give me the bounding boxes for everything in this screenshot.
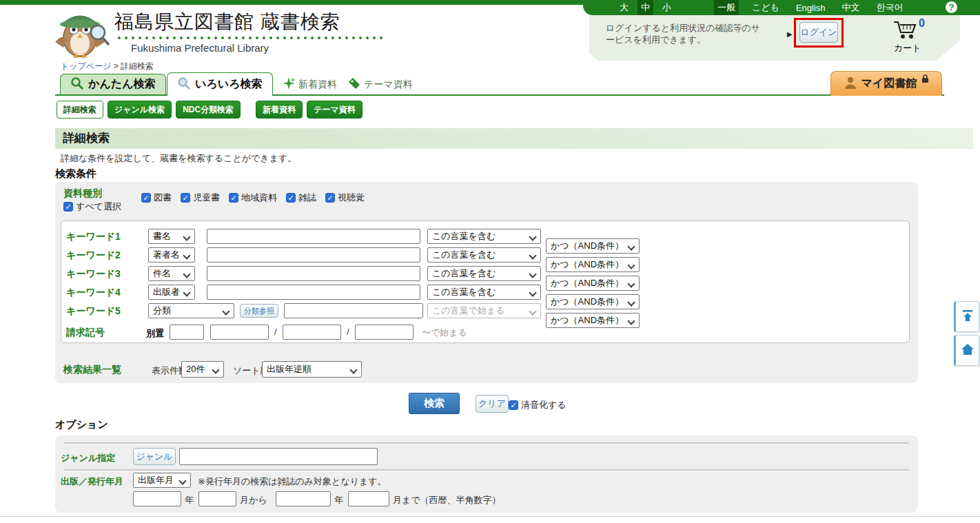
keyword2-operator-select[interactable]: かつ（AND条件）: [546, 257, 640, 272]
material-type-options: ✓図書 ✓児童書 ✓地域資料 ✓雑誌 ✓視聴覚: [141, 192, 365, 204]
subnav-new-materials-button[interactable]: 新着資料: [256, 101, 303, 119]
month-from-input[interactable]: [198, 491, 236, 506]
my-library-label: マイ図書館: [861, 76, 917, 91]
divider: [64, 442, 909, 444]
keyword2-field-select[interactable]: 著者名: [148, 247, 195, 263]
select-all-checkbox[interactable]: ✓ すべて選択: [63, 201, 121, 213]
classification-reference-button[interactable]: 分類参照: [240, 304, 278, 318]
keyword3-field-select[interactable]: 件名: [148, 266, 195, 281]
font-size-small-link[interactable]: 小: [659, 0, 675, 15]
page-title: 詳細検索: [55, 128, 973, 149]
call-number-label: 請求記号: [66, 327, 105, 339]
audience-kids-link[interactable]: こども: [748, 0, 783, 15]
site-title[interactable]: 福島県立図書館 蔵書検索: [114, 9, 340, 35]
keyword4-field-select[interactable]: 出版者: [148, 285, 195, 300]
material-type-books-checkbox[interactable]: ✓図書: [141, 192, 172, 204]
keyword1-operator-select[interactable]: かつ（AND条件）: [546, 238, 640, 254]
subnav-theme-materials-button[interactable]: テーマ資料: [307, 101, 363, 119]
tab-simple-search[interactable]: かんたん検索: [60, 74, 166, 94]
keyword5-input[interactable]: [284, 303, 423, 318]
home-button[interactable]: [954, 335, 979, 366]
publication-date-label: 出版／発行年月: [61, 475, 123, 488]
lang-english-link[interactable]: English: [793, 1, 829, 14]
lang-chinese-link[interactable]: 中文: [839, 0, 864, 15]
keyword5-operator-select[interactable]: かつ（AND条件）: [546, 313, 640, 328]
login-message-line2: ービスを利用できます。: [606, 34, 706, 46]
keyword3-operator-select[interactable]: かつ（AND条件）: [546, 276, 640, 291]
normalize-checkbox[interactable]: ✓ 清音化する: [509, 399, 566, 411]
keyword3-input[interactable]: [207, 266, 420, 281]
keyword5-field-select[interactable]: 分類: [148, 303, 234, 318]
arrow-up-to-top-icon: [961, 309, 974, 325]
genre-button[interactable]: ジャンル: [133, 448, 176, 465]
audience-general-link[interactable]: 一般: [714, 0, 739, 15]
material-type-label-books: 図書: [154, 192, 172, 204]
scroll-to-top-button[interactable]: [954, 301, 979, 332]
login-message-line1: ログインすると利用状況の確認等のサ: [606, 22, 760, 34]
conditions-heading: 検索条件: [55, 167, 96, 181]
keyword4-input[interactable]: [207, 285, 420, 300]
display-count-value: 20件: [186, 363, 205, 376]
call-number-prefix-input[interactable]: [170, 325, 204, 340]
arrow-right-icon: ▶: [787, 30, 793, 38]
clear-button[interactable]: クリア: [476, 395, 509, 413]
checkbox-checked-icon: ✓: [509, 400, 518, 410]
breadcrumb-home-link[interactable]: トップページ: [61, 61, 111, 71]
breadcrumb-current: 詳細検索: [121, 61, 154, 71]
keyword1-field-select[interactable]: 書名: [148, 229, 195, 244]
keyword2-label: キーワード2: [66, 249, 121, 262]
tab-theme-materials[interactable]: テーマ資料: [348, 77, 413, 92]
font-size-medium-link[interactable]: 中: [637, 0, 653, 15]
login-panel: ログインすると利用状況の確認等のサ ービスを利用できます。 ▶ ログイン 0 カ…: [589, 15, 960, 61]
my-library-button[interactable]: マイ図書館: [830, 71, 942, 96]
sort-order-select[interactable]: 出版年逆順: [262, 361, 362, 378]
material-type-regional-checkbox[interactable]: ✓地域資料: [229, 192, 277, 204]
publication-date-type-select[interactable]: 出版年月: [133, 473, 191, 488]
material-type-av-checkbox[interactable]: ✓視聴覚: [325, 192, 365, 204]
publication-date-note: ※発行年月の検索は雑誌のみ対象となります。: [198, 475, 387, 488]
material-type-label-av: 視聴覚: [338, 192, 365, 204]
month-to-input[interactable]: [348, 491, 389, 506]
cart-button[interactable]: 0 カート: [892, 17, 941, 59]
font-size-large-link[interactable]: 大: [616, 0, 632, 15]
year-from-input[interactable]: [133, 491, 181, 506]
genre-input[interactable]: [179, 448, 378, 465]
search-button[interactable]: 検索: [409, 393, 460, 414]
help-icon[interactable]: ?: [946, 1, 957, 13]
tab-various-search[interactable]: いろいろ検索: [167, 72, 273, 96]
year-from-suffix: 年: [185, 494, 194, 506]
keyword2-input[interactable]: [207, 247, 420, 263]
keyword1-input[interactable]: [207, 229, 420, 244]
checkbox-checked-icon: ✓: [325, 193, 335, 203]
keyword2-field-value: 著者名: [153, 249, 180, 261]
display-count-select[interactable]: 20件: [181, 361, 224, 378]
checkbox-checked-icon: ✓: [229, 193, 238, 203]
owl-mascot-logo[interactable]: [50, 3, 113, 63]
checkbox-checked-icon: ✓: [63, 202, 73, 212]
subnav-detail-search-button[interactable]: 詳細検索: [57, 101, 103, 119]
tab-new-materials[interactable]: 新着資料: [283, 77, 337, 92]
sort-order-value: 出版年逆順: [267, 363, 312, 376]
checkbox-checked-icon: ✓: [181, 193, 190, 203]
lang-korean-link[interactable]: 한국어: [873, 0, 907, 15]
tab-various-search-label: いろいろ検索: [195, 77, 263, 92]
material-type-magazine-checkbox[interactable]: ✓雑誌: [286, 192, 316, 204]
keyword3-match-select[interactable]: この言葉を含む: [427, 266, 541, 281]
keyword1-match-select[interactable]: この言葉を含む: [427, 229, 541, 244]
keyword4-match-select[interactable]: この言葉を含む: [427, 285, 541, 300]
material-type-children-checkbox[interactable]: ✓児童書: [181, 192, 220, 204]
call-number-part3-input[interactable]: [355, 325, 414, 340]
keyword4-operator-select[interactable]: かつ（AND条件）: [546, 294, 640, 309]
material-type-label-magazine: 雑誌: [298, 192, 316, 204]
call-number-part1-input[interactable]: [210, 325, 269, 340]
year-to-input[interactable]: [276, 491, 331, 506]
month-from-suffix: 月から: [240, 494, 267, 506]
subnav: 詳細検索 ジャンル検索 NDC分類検索 新着資料 テーマ資料: [57, 101, 363, 119]
subnav-genre-search-button[interactable]: ジャンル検索: [108, 101, 172, 119]
page-description: 詳細な条件を設定して、蔵書を検索することができます。: [61, 152, 296, 165]
call-number-part2-input[interactable]: [283, 325, 341, 340]
divider: [64, 469, 909, 471]
subnav-ndc-search-button[interactable]: NDC分類検索: [176, 101, 241, 119]
sparkle-icon: [283, 77, 295, 92]
keyword2-match-select[interactable]: この言葉を含む: [427, 247, 541, 263]
